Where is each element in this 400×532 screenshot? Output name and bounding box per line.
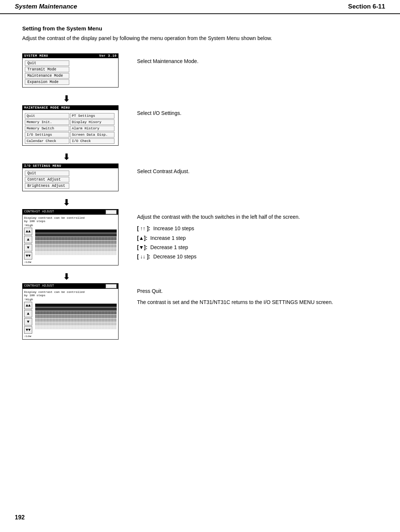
low-label: ↓Low (24, 260, 31, 264)
contrast-desc-2: Display contrast can be controlledby 100… (24, 290, 117, 297)
calendar-check-btn[interactable]: Calendar Check (25, 138, 69, 144)
step4-list: [ ↑↑ ]: Increase 10 steps [▲]: Increase … (137, 224, 378, 261)
contrast-adjust-screen-2: CONTRAST ADJUST Quit Display contrast ca… (22, 283, 119, 340)
step3-instruction: Select Contrast Adjust. (137, 168, 190, 174)
arrow-1: ⬇ (22, 94, 378, 104)
increase-10-btn[interactable]: ▲▲ (24, 228, 32, 235)
contrast-controls-col: ↑High ▲▲ ▲ ▼ ▼▼ ↓Low (24, 224, 33, 264)
contrast-adjust-body-2: Display contrast can be controlledby 100… (23, 289, 118, 339)
step2-diagram: MAINTENANCE MODE MENU Quit PT Settings M… (22, 105, 126, 146)
step1-diagram: SYSTEM MENU Ver 3.10 Quit Transmit Mode … (22, 53, 126, 87)
system-menu-body: Quit Transmit Mode Maintenance Mode Expa… (23, 58, 118, 87)
step3-diagram: I/O SETTINGS MENU Quit Contrast Adjust B… (22, 163, 126, 191)
step5-row: CONTRAST ADJUST Quit Display contrast ca… (22, 283, 378, 340)
contrast-quit-btn[interactable]: Quit (106, 210, 117, 214)
io-settings-btn[interactable]: I/O Settings (25, 132, 69, 138)
page-footer: 192 (15, 514, 25, 521)
contrast-adjust-screen: CONTRAST ADJUST Quit Display contrast ca… (22, 209, 119, 265)
page-header: System Maintenance Section 6-11 (0, 0, 400, 14)
contrast-adjust-btn[interactable]: Contrast Adjust (25, 177, 69, 182)
down-arrow-icon-3: ⬇ (63, 198, 70, 208)
low-label-2: ↓Low (24, 334, 31, 338)
io-quit-btn[interactable]: Quit (25, 171, 69, 176)
bar-med-dark-2 (35, 311, 117, 314)
high-label-2: ↑High (24, 298, 33, 301)
contrast-adjust-title-2: CONTRAST ADJUST (24, 284, 54, 288)
increase-1-btn[interactable]: ▲ (24, 236, 32, 243)
bar-lightest-2 (35, 326, 117, 329)
list-item-3: [▼]: Decrease 1 step (137, 243, 378, 252)
memory-switch-btn[interactable]: Memory Switch (25, 126, 69, 131)
contrast-main: ↑High ▲▲ ▲ ▼ ▼▼ ↓Low (24, 224, 117, 264)
contrast-adjust-title: CONTRAST ADJUST (24, 210, 54, 214)
down-arrow-icon: ⬇ (63, 94, 70, 104)
screen-data-disp-btn[interactable]: Screen Data Disp. (70, 132, 114, 138)
contrast-quit-btn-2[interactable]: Quit (106, 284, 117, 288)
quit-btn-1[interactable]: Quit (25, 60, 69, 66)
system-menu-version: Ver 3.10 (99, 54, 117, 58)
down-arrow-icon-4: ⬇ (63, 272, 70, 282)
step4-text: Adjust the contrast with the touch switc… (137, 209, 378, 261)
bar-lightest (35, 252, 117, 255)
io-check-btn[interactable]: I/O Check (70, 138, 114, 144)
maint-quit-btn[interactable]: Quit (25, 113, 69, 119)
io-settings-title-bar: I/O SETTINGS MENU (23, 164, 118, 168)
alarm-history-btn[interactable]: Alarm History (70, 126, 114, 131)
label-increase-1: Increase 1 step (150, 234, 186, 243)
expansion-mode-btn[interactable]: Expansion Mode (25, 79, 69, 85)
maintenance-mode-btn[interactable]: Maintenance Mode (25, 73, 69, 79)
display-history-btn[interactable]: Display Hisory (70, 119, 114, 125)
arrow-3: ⬇ (22, 198, 378, 208)
increase-10-btn-2[interactable]: ▲▲ (24, 302, 32, 309)
header-section: Section 6-11 (348, 3, 385, 10)
decrease-10-btn[interactable]: ▼▼ (24, 252, 32, 260)
high-label: ↑High (24, 224, 33, 227)
step1-instruction: Select Maintenance Mode. (137, 58, 199, 64)
page-number: 192 (15, 514, 25, 521)
transmit-mode-btn[interactable]: Transmit Mode (25, 67, 69, 72)
bar-lighter (35, 248, 117, 251)
contrast-bars-2 (35, 304, 117, 338)
io-settings-screen: I/O SETTINGS MENU Quit Contrast Adjust B… (22, 163, 119, 191)
list-item-2: [▲]: Increase 1 step (137, 234, 378, 243)
contrast-adjust-title-bar: CONTRAST ADJUST Quit (23, 209, 118, 215)
bar-med-dark (35, 237, 117, 240)
step3-text: Select Contrast Adjust. (137, 163, 378, 175)
maintenance-menu-screen: MAINTENANCE MODE MENU Quit PT Settings M… (22, 105, 119, 146)
system-menu-title-bar: SYSTEM MENU Ver 3.10 (23, 54, 118, 58)
return-text: The contrast is set and the NT31/NT31C r… (137, 298, 378, 306)
pt-settings-btn[interactable]: PT Settings (70, 113, 114, 119)
bar-med-2 (35, 315, 117, 318)
list-item-4: [ ↓↓ ]: Decrease 10 steps (137, 252, 378, 261)
label-decrease-1: Decrease 1 step (150, 243, 188, 252)
step2-row: MAINTENANCE MODE MENU Quit PT Settings M… (22, 105, 378, 146)
bar-dark (35, 233, 117, 237)
contrast-main-2: ↑High ▲▲ ▲ ▼ ▼▼ ↓Low (24, 298, 117, 338)
maintenance-menu-title-bar: MAINTENANCE MODE MENU (23, 106, 118, 110)
decrease-1-btn-2[interactable]: ▼ (24, 318, 32, 326)
decrease-1-btn[interactable]: ▼ (24, 244, 32, 251)
step1-row: SYSTEM MENU Ver 3.10 Quit Transmit Mode … (22, 53, 378, 87)
step4-instruction-main: Adjust the contrast with the touch switc… (137, 213, 378, 221)
high-label-row-2: ↑High (24, 298, 33, 301)
list-item-1: [ ↑↑ ]: Increase 10 steps (137, 224, 378, 233)
contrast-controls-col-2: ↑High ▲▲ ▲ ▼ ▼▼ ↓Low (24, 298, 33, 338)
io-settings-body: Quit Contrast Adjust Brightness Adjust (23, 168, 118, 191)
increase-1-btn-2[interactable]: ▲ (24, 310, 32, 317)
bar-dark-2 (35, 307, 117, 311)
contrast-bars (35, 229, 117, 264)
key-decrease-10: [ ↓↓ ]: (137, 252, 150, 261)
arrow-2: ⬇ (22, 152, 378, 162)
intro-text: Adjust the contrast of the display panel… (22, 34, 378, 42)
step1-text: Select Maintenance Mode. (137, 53, 378, 65)
bar-darkest (35, 229, 117, 233)
bar-light-2 (35, 318, 117, 322)
contrast-desc: Display contrast can be controlledby 100… (24, 216, 117, 223)
memory-init-btn[interactable]: Memory Init. (25, 119, 69, 125)
brightness-adjust-btn[interactable]: Brightness Adjust (25, 183, 69, 189)
bar-darkest-2 (35, 304, 117, 307)
io-settings-title: I/O SETTINGS MENU (24, 164, 61, 168)
step5-text: Press Quit. The contrast is set and the … (137, 283, 378, 307)
decrease-10-btn-2[interactable]: ▼▼ (24, 326, 32, 334)
key-decrease-1: [▼]: (137, 243, 147, 252)
